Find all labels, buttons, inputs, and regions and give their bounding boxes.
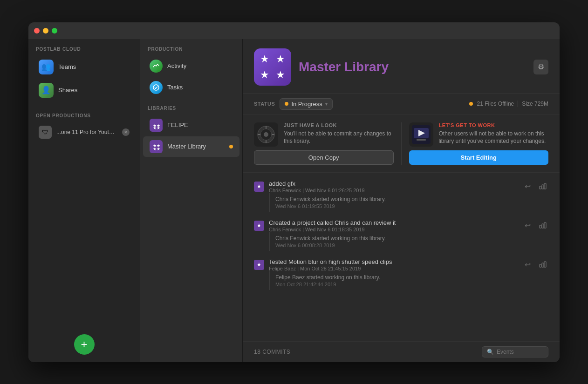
card-start-editing-text: LET'S GET TO WORK Other users will not b…	[439, 122, 549, 146]
share-button[interactable]	[537, 220, 548, 231]
shares-emoji: 👤	[41, 86, 51, 94]
shares-icon: 👤	[39, 83, 54, 98]
commit-date: Mon Oct 28 21:45:15 2019	[300, 266, 361, 271]
svg-rect-15	[417, 139, 426, 141]
sidebar-item-shares[interactable]: 👤 Shares	[31, 79, 137, 101]
cards-divider	[401, 122, 402, 165]
cloud-section-label: Postlab Cloud	[28, 39, 140, 55]
commit-actions: ↩	[523, 220, 548, 231]
open-copy-button[interactable]: Open Copy	[254, 150, 394, 165]
files-offline-text: 21 Files Offline	[477, 101, 514, 107]
card-open-copy-desc: You'll not be able to commit any changes…	[284, 130, 394, 146]
tasks-icon	[150, 81, 163, 94]
svg-rect-19	[540, 225, 541, 228]
sidebar-item-activity[interactable]: Activity	[143, 56, 239, 76]
commit-title: Tested Motion blur on high shutter speed…	[269, 258, 518, 265]
commit-meta: Chris Fenwick | Wed Nov 6 01:18:35 2019	[269, 227, 518, 232]
svg-rect-21	[544, 222, 546, 228]
svg-rect-22	[540, 264, 541, 267]
card-open-copy-text: JUST HAVE A LOOK You'll not be able to c…	[284, 122, 394, 146]
commit-meta: Felipe Baez | Mon Oct 28 21:45:15 2019	[269, 266, 518, 271]
library-felipe-label: FELIPE	[167, 121, 233, 128]
teams-label: Teams	[58, 63, 76, 70]
svg-point-0	[153, 85, 159, 90]
revert-button[interactable]: ↩	[523, 259, 533, 270]
gear-button[interactable]: ⚙	[533, 60, 548, 74]
share-button[interactable]	[537, 259, 548, 270]
action-cards: JUST HAVE A LOOK You'll not be able to c…	[243, 115, 560, 173]
commit-date: Wed Nov 6 01:18:35 2019	[305, 227, 365, 232]
svg-rect-23	[542, 263, 544, 267]
teams-icon: 👥	[39, 60, 54, 74]
minimize-button[interactable]	[43, 28, 48, 34]
svg-text:★★: ★★	[153, 126, 160, 129]
library-master-icon: ★★ ★★	[150, 140, 163, 153]
commits-count: 18 COMMITS	[254, 349, 290, 355]
traffic-lights	[34, 28, 57, 34]
sub-commit-time: Wed Nov 6 01:19:55 2019	[275, 203, 548, 209]
add-button-container: +	[36, 334, 132, 355]
revert-button[interactable]: ↩	[523, 220, 533, 231]
commits-area: ★ added gfx Chris Fenwick | Wed Nov 6 01…	[243, 173, 560, 341]
commit-author: Chris Fenwick	[269, 188, 301, 193]
start-editing-button[interactable]: Start Editing	[409, 150, 549, 165]
production-close-btn[interactable]: ✕	[122, 128, 130, 136]
commit-title: Created a project called Chris and can r…	[269, 219, 518, 226]
commit-main: ★ Tested Motion blur on high shutter spe…	[254, 258, 548, 271]
svg-rect-16	[540, 186, 541, 189]
activity-icon	[150, 60, 163, 73]
library-item-felipe[interactable]: ★★ ★★ FELIPE	[143, 115, 239, 135]
share-button[interactable]	[537, 181, 548, 192]
commit-meta: Chris Fenwick | Wed Nov 6 01:26:25 2019	[269, 188, 518, 193]
commit-item: ★ Tested Motion blur on high shutter spe…	[243, 255, 560, 294]
sidebar-item-teams[interactable]: 👥 Teams	[31, 56, 137, 78]
open-productions-section: Open Productions 🛡 ...one 11 Pro for You…	[28, 106, 140, 142]
sub-commit-text: Felipe Baez started working on this libr…	[275, 274, 548, 281]
sidebar-mid: Production Activity Tasks Li	[140, 39, 243, 362]
svg-text:★★: ★★	[153, 147, 160, 151]
sub-commit-time: Wed Nov 6 00:08:28 2019	[275, 243, 548, 248]
commit-badge: ★	[254, 260, 264, 270]
libraries-section-label: Libraries	[140, 98, 242, 115]
events-search[interactable]: 🔍	[482, 346, 548, 357]
commit-item: ★ added gfx Chris Fenwick | Wed Nov 6 01…	[243, 176, 560, 216]
offline-dot	[469, 102, 473, 106]
status-text: In Progress	[291, 101, 322, 108]
bottom-bar: 18 COMMITS 🔍	[243, 341, 560, 362]
maximize-button[interactable]	[52, 28, 57, 34]
activity-label: Activity	[167, 62, 186, 69]
search-icon: 🔍	[487, 349, 494, 355]
chevron-down-icon: ▾	[325, 101, 328, 107]
commit-badge: ★	[254, 182, 264, 192]
add-production-button[interactable]: +	[74, 334, 95, 355]
commit-date: Wed Nov 6 01:26:25 2019	[305, 188, 365, 193]
status-right: 21 Files Offline Size 729M	[469, 101, 548, 107]
library-item-master[interactable]: ★★ ★★ Master Library	[143, 136, 239, 157]
sub-commit-text: Chris Fenwick started working on this li…	[275, 235, 548, 242]
library-title: Master Library	[299, 60, 389, 74]
productions-section-label: Open Productions	[28, 106, 140, 122]
status-dropdown[interactable]: In Progress ▾	[280, 98, 332, 110]
main-content: Postlab Cloud 👥 Teams 👤 Shares Open Prod…	[28, 39, 560, 362]
status-dot	[285, 102, 288, 106]
commit-info: Created a project called Chris and can r…	[269, 219, 518, 232]
card-open-copy-title: JUST HAVE A LOOK	[284, 122, 394, 128]
star-cell-4: ★	[273, 68, 287, 82]
app-window: Postlab Cloud 👥 Teams 👤 Shares Open Prod…	[28, 22, 560, 362]
sidebar-item-tasks[interactable]: Tasks	[143, 77, 239, 98]
svg-rect-24	[544, 262, 546, 267]
library-felipe-icon: ★★ ★★	[150, 119, 163, 132]
revert-button[interactable]: ↩	[523, 181, 533, 192]
tasks-label: Tasks	[167, 84, 183, 91]
star-cell-2: ★	[273, 52, 287, 66]
svg-point-7	[264, 132, 268, 137]
events-input[interactable]	[497, 349, 543, 355]
sidebar-left: Postlab Cloud 👥 Teams 👤 Shares Open Prod…	[28, 39, 140, 362]
sub-commit-time: Mon Oct 28 21:42:44 2019	[275, 282, 548, 287]
production-item[interactable]: 🛡 ...one 11 Pro for Youtube ✕	[31, 122, 137, 142]
commit-info: added gfx Chris Fenwick | Wed Nov 6 01:2…	[269, 180, 518, 193]
library-master-label: Master Library	[167, 143, 225, 150]
sub-commit-text: Chris Fenwick started working on this li…	[275, 196, 548, 202]
close-button[interactable]	[34, 28, 40, 34]
star-cell-1: ★	[258, 52, 272, 66]
